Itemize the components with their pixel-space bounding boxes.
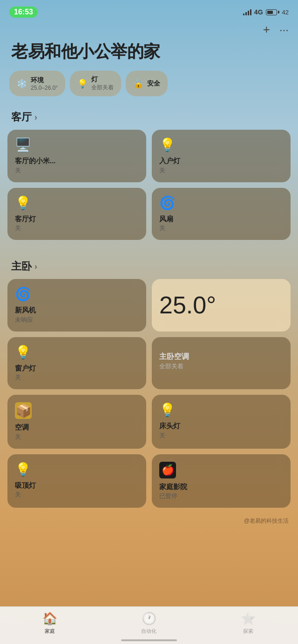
living-light-status: 关: [15, 224, 139, 232]
living-light-name: 客厅灯: [15, 214, 139, 224]
home-theater-name: 家庭影院: [159, 482, 283, 491]
device-ceiling-light[interactable]: 💡 吸顶灯 关: [7, 454, 146, 508]
battery-icon: [266, 9, 279, 15]
status-right: 4G 42: [243, 8, 289, 16]
signal-icon: [243, 9, 251, 15]
ac-name: 空调: [15, 423, 139, 432]
section-living-room[interactable]: 客厅 ›: [0, 106, 298, 130]
page-title: 老易和他小公举的家: [0, 40, 298, 71]
device-living-light[interactable]: 💡 客厅灯 关: [7, 188, 146, 240]
section-living-room-title: 客厅: [11, 110, 32, 124]
fan-name: 风扇: [159, 214, 283, 224]
bedside-light-name: 床头灯: [159, 421, 283, 431]
environment-icon: ❄️: [17, 79, 27, 89]
device-home-theater[interactable]: 🍎 家庭影院 已暂停: [152, 454, 291, 508]
window-light-icon: 💡: [15, 345, 139, 360]
pill-lights-sub: 全部关着: [91, 84, 114, 92]
xiaomi-tv-status: 关: [15, 166, 139, 175]
home-nav-icon: 🏠: [42, 611, 57, 626]
pill-env-sub: 25.0–26.0°: [31, 85, 58, 91]
device-entry-light[interactable]: 💡 入户灯 关: [152, 130, 291, 182]
tv-icon: 🖥️: [15, 137, 139, 153]
device-fan[interactable]: 🌀 风扇 关: [152, 188, 291, 240]
home-nav-label: 家庭: [45, 628, 55, 635]
entry-light-name: 入户灯: [159, 156, 283, 166]
bedroom-ac-status: 全部关着: [159, 362, 283, 371]
device-temperature[interactable]: 25.0°: [152, 279, 291, 332]
device-xiaomi-tv[interactable]: 🖥️ 客厅的小米... 关: [7, 130, 146, 182]
device-bedside-light[interactable]: 💡 床头灯 关: [152, 395, 291, 449]
window-light-status: 关: [15, 373, 139, 382]
pill-lights[interactable]: 💡 灯 全部关着: [70, 71, 121, 96]
footer-credit: @老易的科技生活: [0, 513, 298, 571]
temperature-value: 25.0°: [159, 293, 283, 317]
battery-level: 42: [282, 9, 289, 16]
bedside-light-status: 关: [159, 432, 283, 440]
ceiling-light-status: 关: [15, 491, 139, 499]
fresh-air-icon: 🌀: [15, 286, 139, 302]
living-room-grid: 🖥️ 客厅的小米... 关 💡 入户灯 关 💡 客厅灯 关 🌀 风扇 关: [0, 130, 298, 246]
fan-icon: 🌀: [159, 195, 283, 211]
lights-icon: 💡: [77, 79, 88, 89]
add-button[interactable]: +: [263, 22, 270, 37]
bottom-navigation: 🏠 家庭 🕐 自动化 ⭐ 探索: [0, 606, 298, 644]
section-living-room-chevron: ›: [34, 113, 37, 122]
entry-light-status: 关: [159, 166, 283, 175]
nav-automation[interactable]: 🕐 自动化: [99, 611, 198, 635]
fresh-air-name: 新风机: [15, 305, 139, 315]
automation-nav-icon: 🕐: [142, 611, 156, 626]
entry-light-icon: 💡: [159, 137, 283, 153]
master-bedroom-grid: 🌀 新风机 未响应 25.0° 💡 窗户灯 关 主卧空调 全部关着 📦 空调 关…: [0, 279, 298, 513]
device-fresh-air[interactable]: 🌀 新风机 未响应: [7, 279, 146, 332]
window-light-name: 窗户灯: [15, 364, 139, 373]
pill-env-label: 环境: [31, 76, 58, 85]
fan-status: 关: [159, 224, 283, 232]
pill-security-label: 安全: [147, 80, 160, 88]
device-window-light[interactable]: 💡 窗户灯 关: [7, 337, 146, 390]
quick-access-pills: ❄️ 环境 25.0–26.0° 💡 灯 全部关着 🔒 安全: [0, 71, 298, 106]
device-bedroom-ac[interactable]: 主卧空调 全部关着: [152, 337, 291, 390]
more-button[interactable]: ···: [279, 23, 289, 36]
automation-nav-label: 自动化: [141, 628, 156, 635]
explore-nav-label: 探索: [243, 628, 253, 635]
ceiling-light-icon: 💡: [15, 462, 139, 477]
pill-security[interactable]: 🔒 安全: [126, 71, 168, 96]
living-light-icon: 💡: [15, 195, 139, 211]
section-master-bedroom[interactable]: 主卧 ›: [0, 255, 298, 279]
home-indicator: [121, 639, 177, 641]
header-actions: + ···: [0, 22, 298, 37]
fresh-air-status: 未响应: [15, 316, 139, 324]
nav-explore[interactable]: ⭐ 探索: [199, 611, 298, 635]
nav-home[interactable]: 🏠 家庭: [0, 611, 99, 635]
device-ac[interactable]: 📦 空调 关: [7, 395, 146, 449]
network-type: 4G: [254, 8, 263, 16]
home-theater-status: 已暂停: [159, 492, 283, 500]
security-icon: 🔒: [133, 79, 143, 89]
pill-environment[interactable]: ❄️ 环境 25.0–26.0°: [9, 71, 65, 96]
bedside-light-icon: 💡: [159, 402, 283, 418]
status-time: 16:53: [9, 7, 38, 18]
xiaomi-tv-name: 客厅的小米...: [15, 156, 139, 166]
status-bar: 16:53 4G 42: [0, 0, 298, 22]
apple-tv-icon: 🍎: [159, 462, 176, 478]
ac-icon: 📦: [15, 402, 32, 419]
section-bedroom-title: 主卧: [11, 259, 32, 273]
bedroom-ac-name: 主卧空调: [159, 352, 283, 362]
pill-lights-label: 灯: [91, 75, 114, 84]
ceiling-light-name: 吸顶灯: [15, 481, 139, 490]
section-bedroom-chevron: ›: [34, 262, 37, 272]
explore-nav-icon: ⭐: [241, 611, 256, 626]
ac-status: 关: [15, 433, 139, 441]
